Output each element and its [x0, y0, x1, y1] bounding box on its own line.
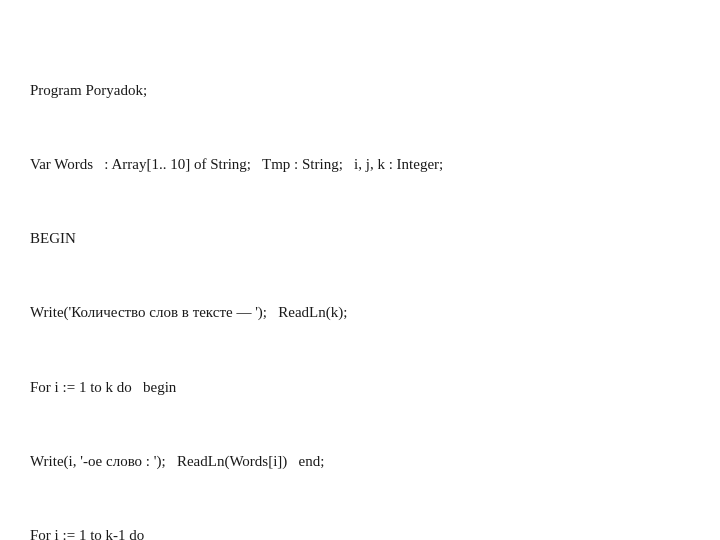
- code-line-5: For i := 1 to k do begin: [30, 375, 443, 400]
- code-line-6: Write(i, '-ое слово : '); ReadLn(Words[i…: [30, 449, 443, 474]
- code-line-7: For i := 1 to k-1 do: [30, 523, 443, 540]
- code-line-3: BEGIN: [30, 226, 443, 251]
- code-container: Program Poryadok; Var Words : Array[1.. …: [0, 0, 473, 540]
- code-line-1: Program Poryadok;: [30, 78, 443, 103]
- code-line-4: Write('Количество слов в тексте — '); Re…: [30, 300, 443, 325]
- code-line-2: Var Words : Array[1.. 10] of String; Tmp…: [30, 152, 443, 177]
